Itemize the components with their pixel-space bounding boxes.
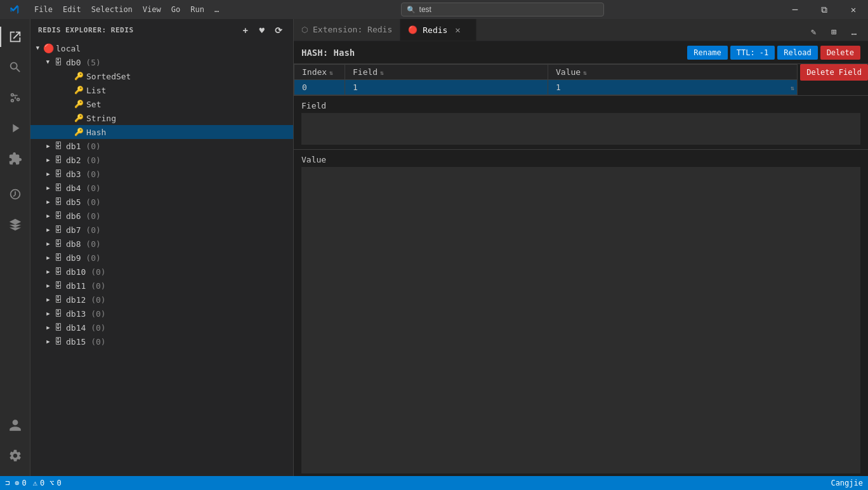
git-count: 0	[56, 479, 61, 487]
add-connection-button[interactable]: +	[239, 23, 253, 37]
tree-item-db5[interactable]: ▶ 🗄 db5 (0)	[30, 195, 293, 209]
delete-field-button[interactable]: Delete Field	[800, 64, 868, 81]
key-icon: 🔑	[74, 127, 84, 137]
database-icon: 🗄	[53, 141, 63, 151]
menu-more[interactable]: …	[209, 0, 224, 19]
account-activity-icon[interactable]	[0, 410, 30, 440]
value-section: Value	[294, 149, 868, 476]
db5-label: db5 (0)	[66, 197, 101, 207]
reload-button[interactable]: Reload	[777, 46, 817, 60]
tree-item-sortedset[interactable]: 🔑 SortedSet	[30, 69, 293, 83]
split-editor-icon[interactable]: ⊞	[825, 23, 843, 41]
tab-redis[interactable]: 🔴 Redis ✕	[400, 19, 477, 41]
table-row[interactable]: 0 1 1 ⇅	[294, 80, 798, 95]
settings-activity-icon[interactable]	[0, 440, 30, 471]
tree-item-string[interactable]: 🔑 String	[30, 111, 293, 125]
database-icon: 🗄	[53, 169, 63, 179]
database-icon: 🗄	[53, 225, 63, 235]
remote-status[interactable]: ⊐	[5, 479, 10, 487]
run-debug-activity-icon[interactable]	[0, 113, 30, 143]
delete-button[interactable]: Delete	[820, 46, 860, 60]
layers-activity-icon[interactable]	[0, 209, 30, 240]
tree-item-db0[interactable]: ▶ 🗄 db0 (5)	[30, 55, 293, 69]
tree-item-list[interactable]: 🔑 List	[30, 83, 293, 97]
database-icon: 🗄	[53, 308, 63, 319]
tree-item-db2[interactable]: ▶ 🗄 db2 (0)	[30, 153, 293, 167]
tree-item-hash[interactable]: 🔑 Hash	[30, 125, 293, 139]
menu-file[interactable]: File	[29, 0, 58, 19]
status-bar: ⊐ ⊗ 0 ⚠ 0 ⌥ 0 Cangjie	[0, 476, 868, 490]
editor-area: ⬡ Extension: Redis 🔴 Redis ✕ ✎ ⊞ … HASH:…	[294, 19, 868, 476]
git-icon: ⌥	[49, 479, 54, 487]
tree-item-db7[interactable]: ▶ 🗄 db7 (0)	[30, 223, 293, 237]
tree-item-db13[interactable]: ▶ 🗄 db13 (0)	[30, 307, 293, 321]
sidebar-tree: ▶ 🔴 local ▶ 🗄 db0 (5) 🔑 SortedSet 🔑 List	[30, 41, 293, 476]
restore-button[interactable]: ⧉	[810, 0, 839, 19]
close-button[interactable]: ✕	[839, 0, 868, 19]
heart-button[interactable]: ♥	[255, 23, 269, 37]
extensions-activity-icon[interactable]	[0, 143, 30, 174]
tree-item-db1[interactable]: ▶ 🗄 db1 (0)	[30, 139, 293, 153]
tree-item-db3[interactable]: ▶ 🗄 db3 (0)	[30, 167, 293, 181]
db9-label: db9 (0)	[66, 253, 101, 263]
search-input[interactable]	[419, 5, 546, 14]
tree-item-set[interactable]: 🔑 Set	[30, 97, 293, 111]
global-search-bar[interactable]: 🔍	[401, 3, 604, 17]
sort-handle-icon: ⇅	[791, 84, 794, 91]
more-tab-actions-icon[interactable]: …	[845, 23, 863, 41]
git-status[interactable]: ⌥ 0	[49, 479, 61, 487]
expand-db0-icon: ▶	[43, 57, 53, 67]
error-icon: ⊗	[15, 479, 19, 487]
value-editor[interactable]	[301, 167, 860, 473]
menu-view[interactable]: View	[138, 0, 166, 19]
database-icon: 🗄	[53, 211, 63, 221]
tree-item-db8[interactable]: ▶ 🗄 db8 (0)	[30, 237, 293, 251]
expand-local-icon: ▶	[33, 43, 43, 53]
minimize-button[interactable]: ─	[780, 0, 810, 19]
tree-item-db6[interactable]: ▶ 🗄 db6 (0)	[30, 209, 293, 223]
ttl-button[interactable]: TTL: -1	[730, 46, 775, 60]
field-editor[interactable]	[301, 113, 860, 145]
activity-bar-bottom	[0, 410, 30, 471]
refresh-button[interactable]: ⟳	[272, 23, 286, 37]
titlebar: File Edit Selection View Go Run … 🔍 ─ ⧉ …	[0, 0, 868, 19]
tree-item-db15[interactable]: ▶ 🗄 db15 (0)	[30, 334, 293, 348]
tree-item-db12[interactable]: ▶ 🗄 db12 (0)	[30, 293, 293, 307]
errors-status[interactable]: ⊗ 0 ⚠ 0	[15, 479, 44, 487]
search-icon: 🔍	[407, 6, 416, 14]
remote-activity-icon[interactable]	[0, 179, 30, 209]
hash-table-container: Index⇅ Field⇅ Value⇅ 0 1 1 ⇅	[294, 64, 868, 95]
menu-go[interactable]: Go	[166, 0, 185, 19]
tree-item-db11[interactable]: ▶ 🗄 db11 (0)	[30, 279, 293, 293]
tree-item-db4[interactable]: ▶ 🗄 db4 (0)	[30, 181, 293, 195]
hash-table-body: 0 1 1 ⇅	[294, 80, 798, 95]
titlebar-left: File Edit Selection View Go Run …	[0, 0, 224, 19]
db1-label: db1 (0)	[66, 142, 101, 151]
collapsed-databases: ▶ 🗄 db1 (0) ▶ 🗄 db2 (0) ▶ 🗄 db3 (0) ▶ 🗄 …	[30, 139, 293, 348]
hash-label: Hash	[86, 128, 106, 137]
tab-extension-redis[interactable]: ⬡ Extension: Redis	[294, 19, 400, 41]
tree-item-db14[interactable]: ▶ 🗄 db14 (0)	[30, 321, 293, 334]
database-icon: 🗄	[53, 281, 63, 291]
menu-edit[interactable]: Edit	[58, 0, 86, 19]
hash-header: HASH: Hash Rename TTL: -1 Reload Delete	[294, 41, 868, 64]
source-control-activity-icon[interactable]	[0, 83, 30, 113]
expand-db4-icon: ▶	[43, 183, 53, 193]
expand-db10-icon: ▶	[43, 267, 53, 277]
search-activity-icon[interactable]	[0, 52, 30, 83]
tree-item-db9[interactable]: ▶ 🗄 db9 (0)	[30, 251, 293, 265]
menu-selection[interactable]: Selection	[86, 0, 138, 19]
extension-tab-icon: ⬡	[301, 25, 308, 34]
sidebar: Redis Explorer: Redis + ♥ ⟳ ▶ 🔴 local ▶ …	[30, 19, 294, 476]
sortedset-label: SortedSet	[86, 72, 131, 81]
redis-server-icon: 🔴	[43, 43, 53, 53]
explorer-activity-icon[interactable]	[0, 22, 30, 52]
rename-button[interactable]: Rename	[687, 46, 727, 60]
edit-tab-icon[interactable]: ✎	[805, 23, 822, 41]
menu-run[interactable]: Run	[185, 0, 209, 19]
tree-item-db10[interactable]: ▶ 🗄 db10 (0)	[30, 265, 293, 279]
tree-item-local[interactable]: ▶ 🔴 local	[30, 41, 293, 55]
string-label: String	[86, 114, 116, 123]
close-tab-button[interactable]: ✕	[452, 25, 463, 35]
expand-db8-icon: ▶	[43, 239, 53, 249]
